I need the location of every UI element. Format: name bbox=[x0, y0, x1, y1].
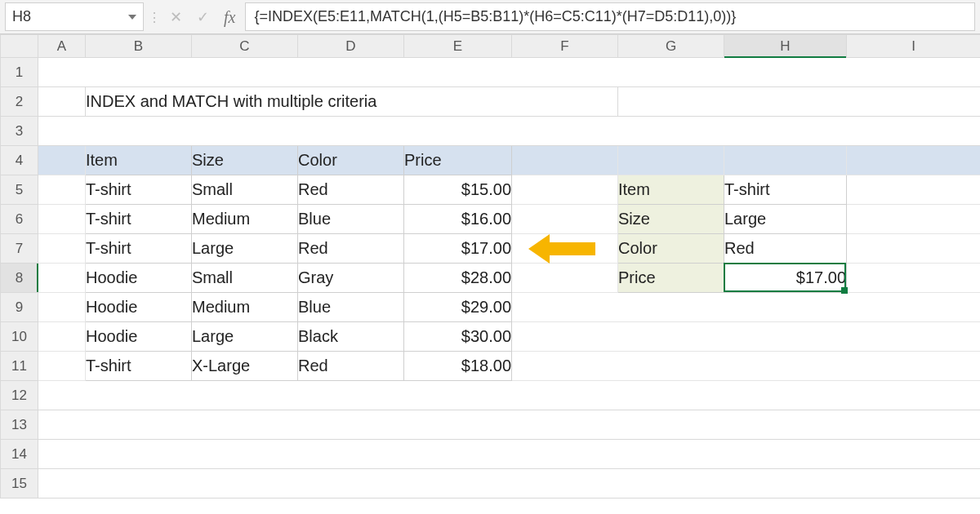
td[interactable]: Blue bbox=[298, 205, 404, 234]
cell[interactable] bbox=[38, 293, 86, 322]
cell[interactable] bbox=[38, 117, 981, 146]
cell[interactable] bbox=[38, 58, 981, 87]
page-title[interactable]: INDEX and MATCH with multiple criteria bbox=[86, 87, 618, 117]
cell[interactable] bbox=[38, 264, 86, 293]
worksheet[interactable]: A B C D E F G H I 1 2 INDEX and MATCH wi… bbox=[0, 34, 980, 498]
th-item[interactable]: Item bbox=[86, 146, 192, 175]
cell[interactable] bbox=[38, 87, 86, 117]
fx-icon[interactable]: fx bbox=[224, 9, 235, 25]
row-header-8[interactable]: 8 bbox=[1, 264, 38, 293]
cell[interactable] bbox=[38, 381, 981, 410]
td[interactable]: Red bbox=[298, 175, 404, 205]
cell[interactable] bbox=[847, 234, 981, 264]
cell[interactable] bbox=[512, 146, 618, 175]
cell[interactable] bbox=[38, 205, 86, 234]
row-header-1[interactable]: 1 bbox=[1, 58, 38, 87]
td[interactable]: $29.00 bbox=[404, 293, 512, 322]
cell[interactable] bbox=[618, 146, 724, 175]
chevron-down-icon[interactable] bbox=[128, 15, 136, 20]
name-box[interactable]: H8 bbox=[5, 2, 144, 31]
row-header-5[interactable]: 5 bbox=[1, 175, 38, 205]
td[interactable]: Red bbox=[298, 352, 404, 381]
row-header-12[interactable]: 12 bbox=[1, 381, 38, 410]
row-header-13[interactable]: 13 bbox=[1, 410, 38, 440]
grid[interactable]: A B C D E F G H I 1 2 INDEX and MATCH wi… bbox=[0, 34, 980, 498]
col-header-I[interactable]: I bbox=[847, 35, 981, 58]
col-header-D[interactable]: D bbox=[298, 35, 404, 58]
td[interactable]: T-shirt bbox=[86, 205, 192, 234]
cancel-icon[interactable]: ✕ bbox=[170, 10, 182, 24]
cell[interactable] bbox=[847, 146, 981, 175]
cell[interactable] bbox=[512, 293, 981, 322]
enter-icon[interactable]: ✓ bbox=[197, 10, 209, 24]
col-header-A[interactable]: A bbox=[38, 35, 86, 58]
td[interactable]: Gray bbox=[298, 264, 404, 293]
lk-color-label[interactable]: Color bbox=[618, 234, 724, 264]
row-header-6[interactable]: 6 bbox=[1, 205, 38, 234]
td[interactable]: $28.00 bbox=[404, 264, 512, 293]
th-size[interactable]: Size bbox=[192, 146, 298, 175]
td[interactable]: $15.00 bbox=[404, 175, 512, 205]
cell[interactable] bbox=[847, 205, 981, 234]
row-header-2[interactable]: 2 bbox=[1, 87, 38, 117]
td[interactable]: X-Large bbox=[192, 352, 298, 381]
td[interactable]: $16.00 bbox=[404, 205, 512, 234]
td[interactable]: T-shirt bbox=[86, 175, 192, 205]
lk-price-value[interactable]: $17.00 bbox=[724, 264, 847, 293]
td[interactable]: Black bbox=[298, 322, 404, 352]
formula-input[interactable]: {=INDEX(E5:E11,MATCH(1,(H5=B5:B11)*(H6=C… bbox=[245, 2, 975, 31]
col-header-E[interactable]: E bbox=[404, 35, 512, 58]
td[interactable]: Hoodie bbox=[86, 293, 192, 322]
td[interactable]: Medium bbox=[192, 293, 298, 322]
cell[interactable] bbox=[512, 175, 618, 205]
td[interactable]: Red bbox=[298, 234, 404, 264]
select-all-corner[interactable] bbox=[1, 35, 38, 58]
row-header-3[interactable]: 3 bbox=[1, 117, 38, 146]
cell[interactable] bbox=[38, 146, 86, 175]
cell[interactable] bbox=[38, 322, 86, 352]
td[interactable]: $30.00 bbox=[404, 322, 512, 352]
cell[interactable] bbox=[38, 410, 981, 440]
cell[interactable] bbox=[38, 469, 981, 498]
lk-size-value[interactable]: Large bbox=[724, 205, 847, 234]
th-price[interactable]: Price bbox=[404, 146, 512, 175]
cell[interactable] bbox=[38, 352, 86, 381]
cell[interactable] bbox=[512, 264, 618, 293]
td[interactable]: Medium bbox=[192, 205, 298, 234]
cell[interactable] bbox=[847, 264, 981, 293]
td[interactable]: Large bbox=[192, 234, 298, 264]
cell[interactable] bbox=[38, 440, 981, 469]
td[interactable]: Hoodie bbox=[86, 322, 192, 352]
td[interactable]: $18.00 bbox=[404, 352, 512, 381]
cell[interactable] bbox=[618, 87, 981, 117]
td[interactable]: T-shirt bbox=[86, 352, 192, 381]
cell[interactable] bbox=[38, 234, 86, 264]
td[interactable]: Blue bbox=[298, 293, 404, 322]
lk-item-label[interactable]: Item bbox=[618, 175, 724, 205]
cell[interactable] bbox=[512, 322, 981, 352]
cell[interactable] bbox=[512, 352, 981, 381]
lk-item-value[interactable]: T-shirt bbox=[724, 175, 847, 205]
row-header-10[interactable]: 10 bbox=[1, 322, 38, 352]
td[interactable]: Small bbox=[192, 264, 298, 293]
td[interactable]: Large bbox=[192, 322, 298, 352]
td[interactable]: $17.00 bbox=[404, 234, 512, 264]
row-header-11[interactable]: 11 bbox=[1, 352, 38, 381]
lk-color-value[interactable]: Red bbox=[724, 234, 847, 264]
cell[interactable] bbox=[38, 175, 86, 205]
lk-price-label[interactable]: Price bbox=[618, 264, 724, 293]
col-header-H[interactable]: H bbox=[724, 35, 847, 58]
row-header-14[interactable]: 14 bbox=[1, 440, 38, 469]
lk-size-label[interactable]: Size bbox=[618, 205, 724, 234]
td[interactable]: Hoodie bbox=[86, 264, 192, 293]
row-header-7[interactable]: 7 bbox=[1, 234, 38, 264]
row-header-9[interactable]: 9 bbox=[1, 293, 38, 322]
th-color[interactable]: Color bbox=[298, 146, 404, 175]
td[interactable]: T-shirt bbox=[86, 234, 192, 264]
col-header-C[interactable]: C bbox=[192, 35, 298, 58]
col-header-B[interactable]: B bbox=[86, 35, 192, 58]
row-header-15[interactable]: 15 bbox=[1, 469, 38, 498]
td[interactable]: Small bbox=[192, 175, 298, 205]
cell[interactable] bbox=[724, 146, 847, 175]
col-header-G[interactable]: G bbox=[618, 35, 724, 58]
